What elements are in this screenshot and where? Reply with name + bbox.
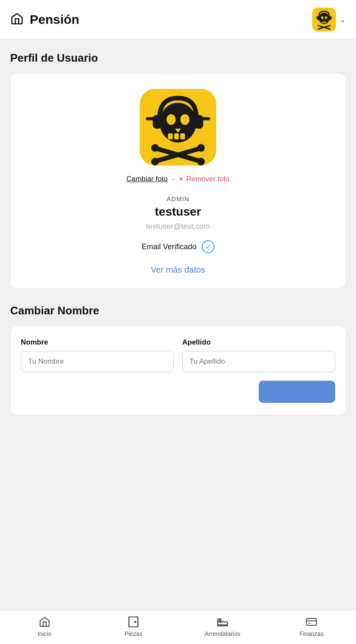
svg-point-27 <box>197 144 205 152</box>
app-title: Pensión <box>30 12 79 27</box>
user-menu-button[interactable]: ⌄ <box>312 8 346 31</box>
svg-point-15 <box>167 114 176 125</box>
svg-point-16 <box>180 114 189 125</box>
nav-item-piezas[interactable]: Piezas <box>89 616 178 637</box>
chevron-down-icon: ⌄ <box>339 15 346 24</box>
remove-photo-button[interactable]: ✕ Remover foto <box>178 175 229 183</box>
name-form-row: Nombre Apellido <box>21 338 335 372</box>
header-avatar <box>312 8 336 31</box>
profile-card: Cambiar foto - ✕ Remover foto ADMIN test… <box>10 73 346 289</box>
svg-rect-4 <box>322 21 323 23</box>
svg-rect-30 <box>129 617 138 627</box>
profile-avatar <box>140 89 216 165</box>
svg-rect-20 <box>153 115 162 128</box>
svg-point-28 <box>151 158 159 165</box>
svg-rect-19 <box>180 133 185 139</box>
svg-rect-5 <box>323 21 325 23</box>
svg-rect-9 <box>317 16 319 20</box>
svg-rect-10 <box>329 16 331 20</box>
nav-label-arrendatarios: Arrendatarios <box>205 630 240 637</box>
ver-mas-datos-button[interactable]: Ver más datos <box>151 265 205 275</box>
change-photo-button[interactable]: Cambiar foto <box>126 175 167 183</box>
apellido-input[interactable] <box>182 351 335 372</box>
door-nav-icon <box>127 616 140 628</box>
email-verified-row: Email Verificado ✓ <box>141 240 214 253</box>
app-header: Pensión <box>0 0 356 40</box>
nav-label-finanzas: Finanzas <box>299 630 324 637</box>
svg-point-3 <box>325 16 328 19</box>
home-icon[interactable] <box>10 12 24 27</box>
x-icon: ✕ <box>178 175 184 183</box>
cambiar-nombre-section-title: Cambiar Nombre <box>10 304 346 317</box>
user-email-display: testuser@test.com <box>146 222 210 231</box>
nav-item-inicio[interactable]: Inicio <box>0 616 89 637</box>
cambiar-nombre-card: Nombre Apellido <box>10 326 346 415</box>
finance-nav-icon <box>305 616 318 628</box>
photo-actions-separator: - <box>172 175 175 183</box>
photo-actions: Cambiar foto - ✕ Remover foto <box>126 175 229 183</box>
svg-rect-36 <box>307 618 316 625</box>
svg-point-29 <box>197 158 205 165</box>
svg-rect-18 <box>174 133 179 139</box>
bed-nav-icon <box>216 616 229 628</box>
svg-rect-21 <box>194 115 203 128</box>
main-content: Perfil de Usuario <box>0 40 356 427</box>
apellido-label: Apellido <box>182 338 335 347</box>
bottom-navigation: Inicio Piezas Arrendatarios <box>0 610 356 644</box>
nombre-label: Nombre <box>21 338 174 347</box>
nav-label-piezas: Piezas <box>124 630 142 637</box>
svg-rect-34 <box>218 625 227 626</box>
nav-item-arrendatarios[interactable]: Arrendatarios <box>178 616 267 637</box>
svg-rect-38 <box>308 623 311 624</box>
svg-rect-17 <box>168 133 173 139</box>
header-left: Pensión <box>10 12 79 27</box>
svg-rect-6 <box>325 21 326 23</box>
email-verified-label: Email Verificado <box>141 242 196 251</box>
nav-item-finanzas[interactable]: Finanzas <box>267 616 356 637</box>
nombre-group: Nombre <box>21 338 174 372</box>
apellido-group: Apellido <box>182 338 335 372</box>
verified-checkmark-icon: ✓ <box>202 240 215 253</box>
svg-point-35 <box>219 619 221 621</box>
profile-section-title: Perfil de Usuario <box>10 51 346 65</box>
svg-point-33 <box>135 621 136 623</box>
svg-point-2 <box>321 16 324 19</box>
user-role-badge: ADMIN <box>167 195 189 202</box>
svg-point-26 <box>151 144 159 152</box>
nombre-input[interactable] <box>21 351 174 372</box>
nav-label-inicio: Inicio <box>37 630 51 637</box>
username-display: testuser <box>155 205 201 219</box>
home-nav-icon <box>38 616 51 628</box>
submit-button-partial[interactable] <box>259 381 335 403</box>
